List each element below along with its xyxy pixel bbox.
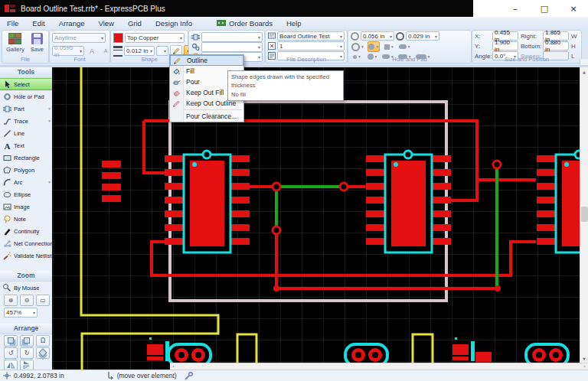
gallery-label: Gallery xyxy=(6,46,24,53)
quantity-select[interactable]: 1▾ xyxy=(277,41,345,50)
ribbon-toolbar: Gallery Save File Anytime▾ 0.0595 in▾ A … xyxy=(0,29,588,65)
dropdown-icon: ▾ xyxy=(162,48,166,54)
menu-item-pour-clearance[interactable]: Pour Clearance... xyxy=(170,111,243,122)
zoom-by-mouse[interactable]: By Mouse xyxy=(0,282,52,294)
menu-order-boards[interactable]: Order Boards xyxy=(210,19,279,28)
dropdown-icon: ▾ xyxy=(338,44,342,49)
zoom-to-page-button[interactable]: ▭ xyxy=(36,295,50,306)
hole-size-select[interactable]: 0.056 in▾ xyxy=(361,31,394,41)
sidebar-item-hole-or-pad[interactable]: Hole or Pad xyxy=(0,90,52,103)
pad-shape-round-button[interactable]: ▾ xyxy=(368,41,380,52)
align-button-1[interactable] xyxy=(4,335,18,347)
zoom-in-button[interactable]: ⊕ xyxy=(4,295,18,306)
rotate-cw-button[interactable]: ↻ xyxy=(20,347,34,359)
layer-color-swatch[interactable] xyxy=(113,33,123,43)
rotate-90-button[interactable] xyxy=(36,347,50,359)
menu-item-label: Outline xyxy=(184,57,207,64)
menu-help[interactable]: Help xyxy=(279,19,309,28)
dropdown-icon: ▾ xyxy=(408,44,410,49)
app-logo-icon xyxy=(5,5,15,12)
sidebar-item-text[interactable]: A Text xyxy=(0,139,52,151)
validate-netlist-icon xyxy=(2,252,11,260)
zoom-out-button[interactable]: ⊖ xyxy=(20,295,34,306)
gallery-icon xyxy=(8,33,21,44)
font-size-select[interactable]: 0.0595 in▾ xyxy=(52,46,84,56)
flip-h-icon xyxy=(7,361,15,369)
scroll-down-arrow[interactable]: ▼ xyxy=(580,354,588,363)
flip-vertical-button[interactable] xyxy=(20,360,34,370)
omega-button[interactable]: Ω xyxy=(36,335,50,347)
pcb-canvas[interactable] xyxy=(52,67,580,370)
sidebar-item-continuity[interactable]: Continuity xyxy=(0,225,52,237)
left-pad-cluster[interactable] xyxy=(102,161,121,202)
thickness-select[interactable]: 0.012 in▾ xyxy=(124,46,155,56)
bottom-input[interactable]: 0.880 in xyxy=(543,41,569,50)
save-button[interactable]: Save xyxy=(31,33,44,53)
ic-component-1[interactable] xyxy=(165,151,250,252)
scroll-up-arrow[interactable]: ▲ xyxy=(580,67,588,76)
sidebar-item-line[interactable]: Line xyxy=(0,127,52,139)
smd-cluster-2[interactable] xyxy=(452,337,492,362)
menu-edit[interactable]: Edit xyxy=(25,19,51,28)
sidebar-item-select[interactable]: Select xyxy=(0,78,52,90)
menu-design-info[interactable]: Design Info xyxy=(149,19,199,28)
menu-item-outline[interactable]: Outline xyxy=(170,55,243,66)
shape-style-select[interactable]: ▾ xyxy=(156,46,168,56)
menu-view[interactable]: View xyxy=(92,19,121,28)
scroll-right-arrow[interactable]: › xyxy=(581,363,588,370)
horizontal-scrollbar[interactable]: ‹ › xyxy=(170,363,588,370)
tool-label: Trace xyxy=(14,118,28,125)
quick-part-select[interactable]: ▾ xyxy=(201,32,263,42)
pad-shape-rect-button[interactable]: ▾ xyxy=(398,41,411,52)
yellow-outline-group[interactable] xyxy=(81,67,433,370)
sidebar-item-note[interactable]: Note xyxy=(0,213,52,225)
cursor-position-icon xyxy=(3,372,11,379)
tool-label: Polygon xyxy=(14,167,34,174)
sidebar-item-polygon[interactable]: Polygon xyxy=(0,164,52,176)
maximize-button[interactable]: □ xyxy=(530,0,559,17)
menu-grid[interactable]: Grid xyxy=(121,19,149,28)
pad-size-select[interactable]: 0.029 in▾ xyxy=(406,31,439,41)
align-icon xyxy=(8,337,14,344)
rotate-ccw-button[interactable]: ↺ xyxy=(4,347,18,359)
font-name-select[interactable]: Anytime▾ xyxy=(52,33,106,43)
sidebar-item-net-connection[interactable]: Net Connection xyxy=(0,237,52,249)
zoom-level-select[interactable]: 457%▾ xyxy=(4,308,38,318)
quick-pad-select[interactable]: ▾ xyxy=(201,42,263,52)
menu-item-label: Pour xyxy=(183,78,200,86)
dropdown-icon: ▾ xyxy=(149,48,152,54)
ic-component-3[interactable] xyxy=(537,151,580,252)
layer-value: Top Copper xyxy=(127,34,158,41)
sidebar-item-ellipse[interactable]: Ellipse xyxy=(0,188,52,200)
align-button-2[interactable] xyxy=(20,335,34,347)
y-input[interactable]: 1.900 in xyxy=(492,41,518,50)
flip-horizontal-button[interactable] xyxy=(4,360,18,370)
pad-shape-ring-button[interactable]: ▾ xyxy=(351,41,364,52)
pad-shape-square-button[interactable]: ▾ xyxy=(383,41,395,52)
sidebar-item-part[interactable]: Part ▾ xyxy=(0,103,52,115)
sidebar-item-image[interactable]: Image xyxy=(0,200,52,213)
dropdown-icon: ▾ xyxy=(433,34,437,39)
vertical-scrollbar[interactable]: ▲ ▼ xyxy=(580,67,588,363)
pcb-drawing xyxy=(52,67,580,370)
ic-component-2[interactable] xyxy=(366,151,451,252)
tool-label: Text xyxy=(14,142,24,149)
keep-out-outline-icon xyxy=(170,99,183,108)
board-name-select[interactable]: Board Outline Test▾ xyxy=(277,31,345,41)
sidebar-item-arc[interactable]: Arc ▾ xyxy=(0,176,52,188)
grow-text-button[interactable]: A xyxy=(86,45,98,57)
dropdown-icon: ▾ xyxy=(338,34,342,39)
sidebar-item-validate-netlist[interactable]: Validate Netlist xyxy=(0,249,52,262)
scroll-left-arrow[interactable]: ‹ xyxy=(170,363,177,370)
layer-select[interactable]: Top Copper▾ xyxy=(125,33,185,43)
menu-arrange[interactable]: Arrange xyxy=(52,19,92,28)
close-button[interactable]: × xyxy=(559,0,588,17)
vertical-scroll-thumb[interactable] xyxy=(581,207,588,222)
status-hint: (move over element) xyxy=(117,372,177,379)
menu-file[interactable]: File xyxy=(0,19,25,28)
minimize-button[interactable]: – xyxy=(501,0,530,17)
sidebar-item-trace[interactable]: Trace ▾ xyxy=(0,115,52,127)
gallery-button[interactable]: Gallery xyxy=(6,33,24,53)
sidebar-item-rectangle[interactable]: Rectangle xyxy=(0,151,52,164)
tool-label: Arc xyxy=(14,179,22,186)
